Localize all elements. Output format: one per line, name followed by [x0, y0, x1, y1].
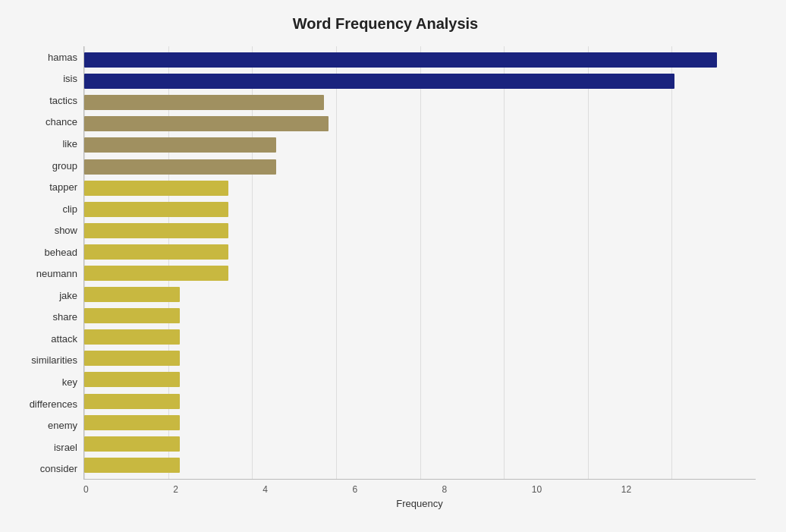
x-axis-title: Frequency — [83, 498, 756, 509]
y-label: show — [15, 220, 77, 241]
x-axis-label: 0 — [83, 484, 173, 495]
bar-row — [84, 51, 756, 69]
bar-row — [84, 414, 756, 432]
bar-row — [84, 435, 756, 453]
chart-area: hamasisistacticschancelikegrouptappercli… — [15, 46, 756, 480]
y-label: tapper — [15, 177, 77, 198]
bar — [84, 202, 228, 217]
x-axis-labels: 024681012 — [83, 484, 756, 495]
y-label: hamas — [15, 46, 77, 68]
x-axis-label: 10 — [532, 484, 621, 495]
bar-row — [84, 456, 756, 474]
bar — [84, 458, 180, 473]
chart-container: Word Frequency Analysis hamasisistactics… — [0, 0, 786, 532]
x-axis-label: 6 — [352, 484, 442, 495]
bar — [84, 351, 180, 366]
y-label: enemy — [15, 415, 77, 436]
x-axis-labels-container: 024681012 — [83, 480, 756, 495]
y-label: chance — [15, 112, 77, 133]
y-label: neumann — [15, 263, 77, 285]
bar-row — [84, 115, 756, 133]
bar-row — [84, 370, 756, 389]
bar — [84, 394, 180, 409]
y-label: attack — [15, 328, 77, 349]
y-label: share — [15, 307, 77, 328]
x-axis-label: 12 — [621, 484, 711, 495]
bar-row — [84, 264, 756, 282]
bar-row — [84, 243, 756, 261]
bar — [84, 266, 228, 281]
x-axis-label: 2 — [173, 484, 263, 495]
bar — [84, 74, 674, 89]
y-label: similarities — [15, 350, 77, 371]
y-label: differences — [15, 393, 77, 414]
bar-row — [84, 392, 756, 411]
y-label: key — [15, 371, 77, 392]
bar — [84, 436, 180, 452]
bar-row — [84, 136, 756, 154]
y-axis-labels: hamasisistacticschancelikegrouptappercli… — [15, 46, 83, 480]
bar — [84, 372, 180, 387]
bar — [84, 329, 180, 345]
bar-row — [84, 200, 756, 219]
bar — [84, 223, 228, 238]
bar — [84, 116, 329, 131]
y-label: jake — [15, 285, 77, 306]
chart-title: Word Frequency Analysis — [15, 15, 756, 33]
bar — [84, 287, 180, 302]
y-label: tactics — [15, 90, 77, 111]
bar — [84, 308, 180, 323]
bar-row — [84, 158, 756, 176]
x-axis-label: 4 — [263, 484, 352, 495]
bar-row — [84, 93, 756, 112]
y-label: israel — [15, 436, 77, 458]
bar-row — [84, 222, 756, 240]
bar-row — [84, 349, 756, 367]
y-label: like — [15, 133, 77, 154]
bar-row — [84, 179, 756, 197]
bar — [84, 159, 276, 175]
bar-row — [84, 285, 756, 304]
bar-row — [84, 307, 756, 325]
bars — [84, 46, 756, 479]
y-label: consider — [15, 458, 77, 480]
bar — [84, 52, 717, 68]
y-label: group — [15, 155, 77, 176]
bar-row — [84, 72, 756, 90]
bar — [84, 137, 276, 153]
bar — [84, 415, 180, 430]
bar — [84, 95, 324, 110]
bars-area — [83, 46, 756, 480]
bar-row — [84, 328, 756, 346]
bar — [84, 244, 228, 260]
y-label: clip — [15, 198, 77, 219]
y-label: isis — [15, 68, 77, 90]
bar — [84, 181, 228, 196]
x-axis-label: 8 — [442, 484, 532, 495]
y-label: behead — [15, 241, 77, 263]
